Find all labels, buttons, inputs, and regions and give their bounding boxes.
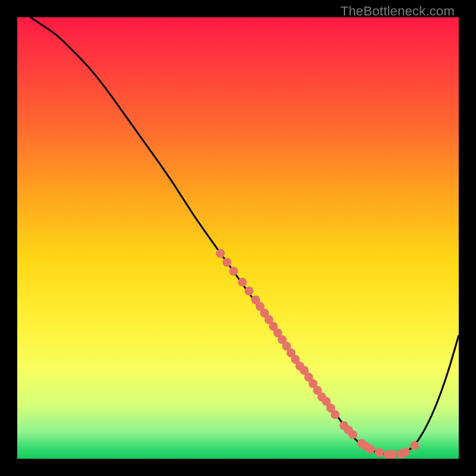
data-point	[348, 430, 357, 439]
data-point	[401, 447, 410, 456]
data-point	[216, 249, 225, 258]
curve-overlay	[17, 17, 459, 459]
data-point	[223, 258, 231, 267]
data-point	[410, 441, 419, 450]
bottleneck-curve	[30, 17, 459, 455]
heatmap-gradient-plot	[17, 17, 459, 459]
data-point	[366, 444, 375, 453]
data-point	[388, 450, 397, 459]
data-point	[238, 278, 247, 287]
data-point	[375, 448, 384, 457]
data-point	[229, 267, 238, 275]
attribution-label: TheBottleneck.com	[340, 4, 455, 19]
chart-stage: TheBottleneck.com	[0, 0, 476, 476]
data-point	[245, 287, 253, 296]
data-point	[331, 410, 340, 419]
